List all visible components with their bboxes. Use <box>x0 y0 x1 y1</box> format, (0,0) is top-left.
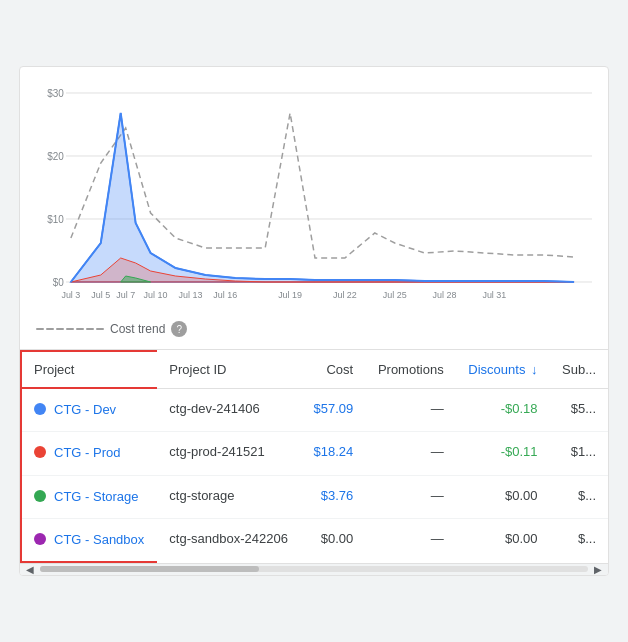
svg-text:Jul 28: Jul 28 <box>433 290 457 300</box>
svg-text:Jul 19: Jul 19 <box>278 290 302 300</box>
promotions-4: — <box>365 518 455 562</box>
cost-column-header: Cost <box>301 351 365 388</box>
discounts-1: -$0.18 <box>456 388 550 432</box>
chart-section: $30 $20 $10 $0 Jul 3 Jul 5 Jul 7 Jul 10 <box>20 67 608 350</box>
cost-trend-label: Cost trend <box>110 322 165 336</box>
projects-table: Project Project ID Cost Promotions Disco… <box>20 350 608 563</box>
svg-text:Jul 16: Jul 16 <box>213 290 237 300</box>
scrollbar-thumb[interactable] <box>40 566 259 572</box>
discounts-2: -$0.11 <box>456 432 550 475</box>
project-cell-3: CTG - Storage <box>21 475 157 518</box>
cost-chart: $30 $20 $10 $0 Jul 3 Jul 5 Jul 7 Jul 10 <box>36 83 592 313</box>
dash-5 <box>76 328 84 330</box>
project-id-1: ctg-dev-241406 <box>157 388 301 432</box>
project-id-3: ctg-storage <box>157 475 301 518</box>
cost-1: $57.09 <box>301 388 365 432</box>
project-dot-4 <box>34 533 46 545</box>
project-cell-inner-2: CTG - Prod <box>34 444 145 462</box>
project-dot-2 <box>34 446 46 458</box>
discounts-3: $0.00 <box>456 475 550 518</box>
promotions-3: — <box>365 475 455 518</box>
promotions-column-header: Promotions <box>365 351 455 388</box>
svg-text:Jul 22: Jul 22 <box>333 290 357 300</box>
project-id-2: ctg-prod-241521 <box>157 432 301 475</box>
project-cell-4: CTG - Sandbox <box>21 518 157 562</box>
chart-container: $30 $20 $10 $0 Jul 3 Jul 5 Jul 7 Jul 10 <box>36 83 592 313</box>
table-row: CTG - Sandbox ctg-sandbox-242206 $0.00 —… <box>21 518 608 562</box>
svg-text:Jul 3: Jul 3 <box>61 290 80 300</box>
cost-3: $3.76 <box>301 475 365 518</box>
main-card: $30 $20 $10 $0 Jul 3 Jul 5 Jul 7 Jul 10 <box>19 66 609 576</box>
table-header-row: Project Project ID Cost Promotions Disco… <box>21 351 608 388</box>
table-row: CTG - Storage ctg-storage $3.76 — $0.00 … <box>21 475 608 518</box>
dash-4 <box>66 328 74 330</box>
project-dot-1 <box>34 403 46 415</box>
dash-7 <box>96 328 104 330</box>
svg-text:$30: $30 <box>47 88 64 99</box>
project-cell-inner-1: CTG - Dev <box>34 401 145 419</box>
scroll-left-button[interactable]: ◀ <box>24 564 36 575</box>
project-dot-3 <box>34 490 46 502</box>
subtotal-2: $1... <box>550 432 608 475</box>
svg-text:Jul 25: Jul 25 <box>383 290 407 300</box>
subtotal-1: $5... <box>550 388 608 432</box>
scrollbar-track[interactable] <box>40 566 588 572</box>
project-cell-2: CTG - Prod <box>21 432 157 475</box>
project-cell-1: CTG - Dev <box>21 388 157 432</box>
table-row: CTG - Dev ctg-dev-241406 $57.09 — -$0.18… <box>21 388 608 432</box>
svg-text:Jul 10: Jul 10 <box>144 290 168 300</box>
project-name-1[interactable]: CTG - Dev <box>54 401 116 419</box>
project-column-header: Project <box>21 351 157 388</box>
discounts-column-header[interactable]: Discounts ↓ <box>456 351 550 388</box>
cost-4: $0.00 <box>301 518 365 562</box>
svg-text:Jul 5: Jul 5 <box>91 290 110 300</box>
project-name-4[interactable]: CTG - Sandbox <box>54 531 144 549</box>
svg-text:Jul 13: Jul 13 <box>178 290 202 300</box>
dash-6 <box>86 328 94 330</box>
dash-2 <box>46 328 54 330</box>
svg-text:Jul 7: Jul 7 <box>116 290 135 300</box>
project-cell-inner-4: CTG - Sandbox <box>34 531 145 549</box>
subtotal-column-header: Sub... <box>550 351 608 388</box>
project-name-2[interactable]: CTG - Prod <box>54 444 120 462</box>
table-row: CTG - Prod ctg-prod-241521 $18.24 — -$0.… <box>21 432 608 475</box>
sort-down-icon: ↓ <box>531 362 538 377</box>
svg-text:$20: $20 <box>47 151 64 162</box>
project-cell-inner-3: CTG - Storage <box>34 488 145 506</box>
project-id-column-header: Project ID <box>157 351 301 388</box>
svg-text:$10: $10 <box>47 214 64 225</box>
dashed-line-indicator <box>36 328 104 330</box>
dash-1 <box>36 328 44 330</box>
subtotal-4: $... <box>550 518 608 562</box>
horizontal-scrollbar[interactable]: ◀ ▶ <box>20 563 608 575</box>
cost-2: $18.24 <box>301 432 365 475</box>
cost-trend-legend: Cost trend ? <box>36 313 592 341</box>
subtotal-3: $... <box>550 475 608 518</box>
svg-marker-8 <box>71 113 574 282</box>
svg-text:Jul 31: Jul 31 <box>482 290 506 300</box>
project-id-4: ctg-sandbox-242206 <box>157 518 301 562</box>
scroll-right-button[interactable]: ▶ <box>592 564 604 575</box>
help-icon[interactable]: ? <box>171 321 187 337</box>
dash-3 <box>56 328 64 330</box>
svg-text:$0: $0 <box>53 277 65 288</box>
promotions-1: — <box>365 388 455 432</box>
project-name-3[interactable]: CTG - Storage <box>54 488 139 506</box>
discounts-4: $0.00 <box>456 518 550 562</box>
promotions-2: — <box>365 432 455 475</box>
table-section: Project Project ID Cost Promotions Disco… <box>20 350 608 563</box>
